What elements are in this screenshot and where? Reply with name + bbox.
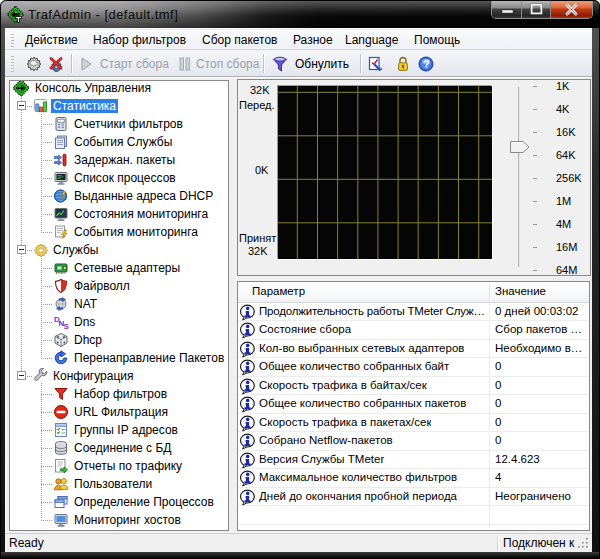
svg-text:?: ? [423,59,429,70]
svg-text:S: S [64,322,70,330]
